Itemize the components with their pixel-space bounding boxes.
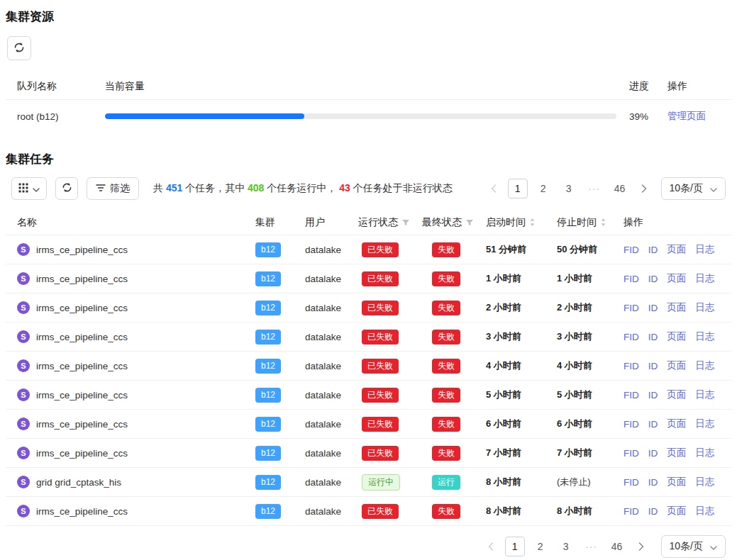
fid-link[interactable]: FID [624,245,639,255]
tasks-table: 名称 集群 用户 运行状态 最终状态 启动时间 [6,210,731,526]
final-status-badge: 失败 [432,388,460,403]
fid-link[interactable]: FID [624,419,639,430]
page-button[interactable]: 1 [508,179,528,198]
page-button[interactable]: 3 [559,179,579,198]
final-status-cell: 失败 [422,242,486,257]
fid-link[interactable]: FID [624,448,639,459]
page-link[interactable]: 页面 [667,301,686,314]
page-link[interactable]: 页面 [667,476,686,488]
user-cell: datalake [305,332,358,342]
id-link[interactable]: ID [648,506,658,517]
id-link[interactable]: ID [648,332,658,342]
prev-page-button[interactable] [485,179,502,198]
task-name: irms_ce_pipeline_ccs [36,303,128,313]
fid-link[interactable]: FID [624,332,639,342]
resources-refresh-button[interactable] [7,36,31,60]
final-status-cell: 失败 [422,330,486,345]
page-button[interactable]: 46 [610,179,630,198]
start-time-sort-icon[interactable] [529,218,536,227]
refresh-icon [13,42,25,55]
resource-row: root (b12) 39% 管理页面 [6,100,731,133]
column-settings-dropdown[interactable] [11,177,47,200]
id-link[interactable]: ID [648,390,658,401]
id-link[interactable]: ID [648,448,658,459]
fid-link[interactable]: FID [624,303,639,313]
next-page-button[interactable] [636,179,653,198]
table-row: S irms_ce_pipeline_ccs b12 datalake 已失败 … [6,497,731,526]
log-link[interactable]: 日志 [695,388,714,401]
spark-app-icon: S [17,243,30,256]
id-link[interactable]: ID [648,361,658,371]
fid-link[interactable]: FID [624,477,639,488]
stop-time: 2 小时前 [557,301,624,314]
stop-time: 3 小时前 [557,330,624,343]
row-actions: FID ID 页面 日志 [624,388,720,401]
cluster-resources-title: 集群资源 [6,9,731,25]
page-ellipsis[interactable]: ··· [584,179,604,198]
log-link[interactable]: 日志 [695,359,714,372]
log-link[interactable]: 日志 [695,272,714,285]
filter-button[interactable]: 筛选 [87,177,139,200]
stop-time-sort-icon[interactable] [600,218,606,227]
summary-text: 个任务，其中 [182,182,248,194]
page-button[interactable]: 1 [505,537,525,556]
page-size-select[interactable]: 10条/页 [661,177,726,200]
page-link[interactable]: 页面 [667,388,686,401]
header-stop-time: 停止时间 [557,216,624,229]
log-link[interactable]: 日志 [695,447,714,459]
id-link[interactable]: ID [648,245,658,255]
start-time: 6 小时前 [486,418,557,430]
page-link[interactable]: 页面 [667,505,686,517]
fid-link[interactable]: FID [624,274,639,284]
log-link[interactable]: 日志 [695,418,714,430]
page-button[interactable]: 3 [556,537,576,556]
page-link[interactable]: 页面 [667,330,686,343]
final-status-cell: 失败 [422,271,486,286]
id-link[interactable]: ID [648,419,658,430]
page-button[interactable]: 2 [533,179,553,198]
page-link[interactable]: 页面 [667,272,686,285]
task-name: irms_ce_pipeline_ccs [36,419,128,430]
pagination-top: 1 2 3 ··· 46 [485,179,653,198]
page-link[interactable]: 页面 [667,447,686,459]
manage-page-link[interactable]: 管理页面 [667,111,706,121]
id-link[interactable]: ID [648,303,658,313]
header-cluster: 集群 [255,216,305,229]
run-status-badge: 已失败 [362,271,399,286]
fid-link[interactable]: FID [624,361,639,371]
id-link[interactable]: ID [648,477,658,488]
row-actions: FID ID 页面 日志 [624,476,720,488]
prev-page-button[interactable] [482,537,499,556]
run-status-cell: 已失败 [358,446,422,461]
log-link[interactable]: 日志 [695,330,714,343]
fid-link[interactable]: FID [624,506,639,517]
filter-button-label: 筛选 [110,182,130,195]
run-status-cell: 已失败 [358,271,422,286]
run-status-filter-icon[interactable] [401,218,410,227]
log-link[interactable]: 日志 [695,476,714,488]
spark-app-icon: S [17,476,30,488]
table-row: S irms_ce_pipeline_ccs b12 datalake 已失败 … [6,235,731,264]
page-button[interactable]: 2 [531,537,550,556]
page-size-select[interactable]: 10条/页 [661,535,726,558]
log-link[interactable]: 日志 [695,505,714,517]
page-link[interactable]: 页面 [667,418,686,430]
fid-link[interactable]: FID [624,390,639,401]
page-ellipsis[interactable]: ··· [582,537,602,556]
next-page-button[interactable] [633,537,650,556]
page-button[interactable]: 46 [607,537,627,556]
final-status-filter-icon[interactable] [465,218,474,227]
page-link[interactable]: 页面 [667,243,686,256]
id-link[interactable]: ID [648,274,658,284]
page-link[interactable]: 页面 [667,359,686,372]
stop-time: 5 小时前 [557,388,624,401]
cluster-cell: b12 [255,504,305,519]
grid-icon [18,183,28,195]
run-status-cell: 已失败 [358,417,422,432]
row-actions: FID ID 页面 日志 [624,243,720,256]
log-link[interactable]: 日志 [695,301,714,314]
header-resource-action: 操作 [659,80,720,93]
tasks-refresh-button[interactable] [55,177,78,200]
task-name-cell: S irms_ce_pipeline_ccs [17,388,255,401]
log-link[interactable]: 日志 [695,243,714,256]
